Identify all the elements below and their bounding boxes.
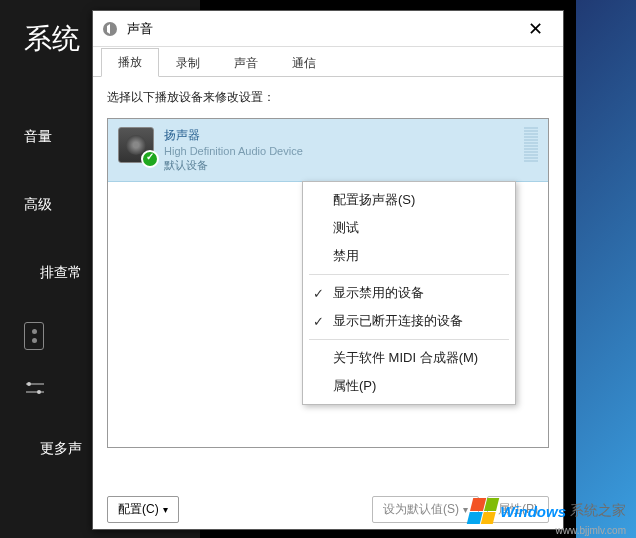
speaker-icon (118, 127, 154, 163)
set-default-button[interactable]: 设为默认值(S) ▾ (372, 496, 479, 523)
slider-icon (24, 380, 46, 400)
watermark-tagline: 系统之家 (570, 502, 626, 520)
svg-point-3 (37, 390, 41, 394)
menu-test[interactable]: 测试 (303, 214, 515, 242)
menu-about-midi[interactable]: 关于软件 MIDI 合成器(M) (303, 344, 515, 372)
menu-configure-speaker[interactable]: 配置扬声器(S) (303, 186, 515, 214)
desktop-right-strip (576, 0, 636, 538)
speaker-device-icon (24, 322, 44, 350)
tab-sounds[interactable]: 声音 (217, 49, 275, 77)
menu-separator (309, 274, 509, 275)
device-name: 扬声器 (164, 127, 514, 144)
device-item-speaker[interactable]: 扬声器 High Definition Audio Device 默认设备 (108, 119, 548, 182)
dialog-title: 声音 (127, 20, 515, 38)
prompt-text: 选择以下播放设备来修改设置： (107, 89, 549, 106)
svg-point-1 (27, 382, 31, 386)
menu-show-disconnected[interactable]: 显示已断开连接的设备 (303, 307, 515, 335)
chevron-down-icon: ▾ (463, 504, 468, 515)
device-status: 默认设备 (164, 158, 514, 173)
context-menu: 配置扬声器(S) 测试 禁用 显示禁用的设备 显示已断开连接的设备 关于软件 M… (302, 181, 516, 405)
windows-logo-icon (467, 498, 499, 524)
level-meter (524, 127, 538, 169)
menu-disable[interactable]: 禁用 (303, 242, 515, 270)
menu-show-disabled[interactable]: 显示禁用的设备 (303, 279, 515, 307)
device-description: High Definition Audio Device (164, 145, 514, 157)
sound-dialog-icon (101, 20, 119, 38)
configure-button[interactable]: 配置(C) ▾ (107, 496, 179, 523)
device-info: 扬声器 High Definition Audio Device 默认设备 (164, 127, 514, 173)
menu-properties[interactable]: 属性(P) (303, 372, 515, 400)
watermark-brand: Windows (500, 503, 566, 520)
default-check-icon (141, 150, 159, 168)
close-button[interactable]: ✕ (515, 15, 555, 43)
titlebar: 声音 ✕ (93, 11, 563, 47)
chevron-down-icon: ▾ (163, 504, 168, 515)
tabset: 播放 录制 声音 通信 (93, 47, 563, 77)
tab-communications[interactable]: 通信 (275, 49, 333, 77)
watermark-url: www.bjjmlv.com (556, 525, 626, 536)
tab-recording[interactable]: 录制 (159, 49, 217, 77)
tab-playback[interactable]: 播放 (101, 48, 159, 77)
menu-separator (309, 339, 509, 340)
watermark: Windows 系统之家 (470, 498, 626, 524)
